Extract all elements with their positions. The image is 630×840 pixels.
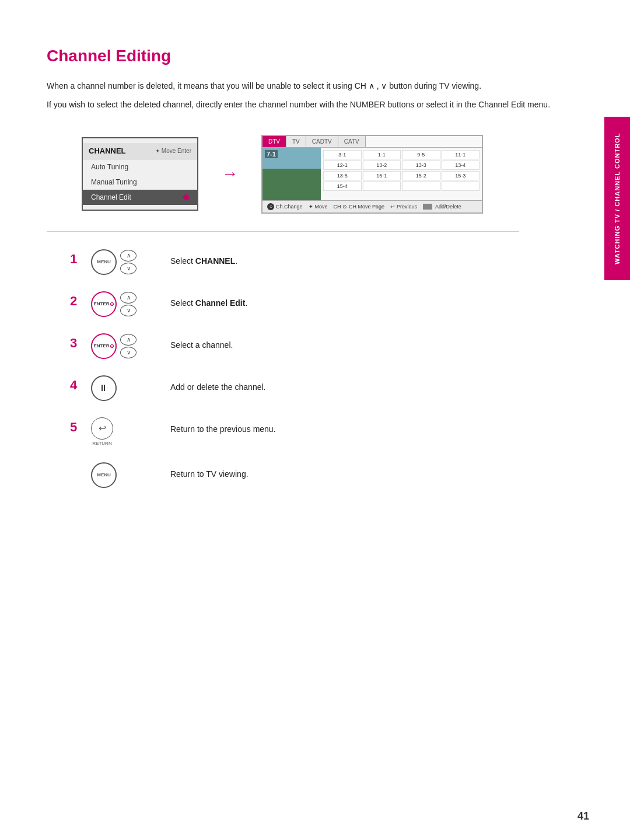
step-1: 1 MENU ∧ ∨ Select CHANNEL. bbox=[70, 249, 554, 275]
description-1: When a channel number is deleted, it mea… bbox=[47, 79, 554, 92]
step-2-icons: ENTER⊙ ∧ ∨ bbox=[91, 291, 161, 317]
step-6-icons: MENU bbox=[91, 462, 161, 488]
channel-menu-nav: ✦ Move Enter bbox=[155, 148, 191, 154]
steps-section: 1 MENU ∧ ∨ Select CHANNEL. 2 ENTER⊙ ∧ ∨ … bbox=[70, 249, 554, 488]
step-4: 4 ⏸ Add or delete the channel. bbox=[70, 375, 554, 401]
footer-add-delete: Add/Delete bbox=[423, 204, 461, 210]
grid-cell: 1-1 bbox=[363, 150, 401, 159]
step-5: 5 ↩ RETURN Return to the previous menu. bbox=[70, 417, 554, 446]
step-1-text: Select CHANNEL. bbox=[170, 255, 237, 267]
description-2: If you wish to select the deleted channe… bbox=[47, 98, 554, 111]
channel-menu-header: CHANNEL ✦ Move Enter bbox=[83, 143, 197, 159]
up-arrow-2: ∧ bbox=[120, 292, 136, 304]
footer-move-page: CH ⊙ CH Move Page bbox=[334, 204, 385, 210]
arrow-buttons-1: ∧ ∨ bbox=[120, 250, 136, 274]
diagram-section: CHANNEL ✦ Move Enter Auto Tuning Manual … bbox=[82, 135, 554, 214]
channel-preview: 7-1 bbox=[262, 148, 321, 200]
channel-edit-tabs: DTV TV CADTV CATV bbox=[262, 136, 482, 148]
return-label: RETURN bbox=[92, 441, 111, 446]
down-arrow-3: ∨ bbox=[120, 347, 136, 358]
ch-change-icon: ⊙ bbox=[267, 203, 274, 210]
grid-cell: 13-4 bbox=[442, 161, 480, 170]
step-number-3: 3 bbox=[70, 336, 82, 351]
grid-cell: 15-1 bbox=[363, 171, 401, 180]
channel-menu-box: CHANNEL ✦ Move Enter Auto Tuning Manual … bbox=[82, 137, 198, 211]
channel-edit-footer: ⊙ Ch.Change ✦ Move CH ⊙ CH Move Page ↩ P… bbox=[262, 200, 482, 212]
step-5-text: Return to the previous menu. bbox=[170, 423, 276, 435]
selected-indicator bbox=[183, 194, 189, 200]
down-arrow: ∨ bbox=[120, 263, 136, 274]
step-3-text: Select a channel. bbox=[170, 339, 233, 351]
channel-edit-body: 7-1 3-1 1-1 9-5 11-1 12-1 13-2 13-3 13-4… bbox=[262, 148, 482, 200]
preview-channel-number: 7-1 bbox=[265, 150, 278, 158]
channel-menu-item-edit: Channel Edit bbox=[83, 190, 197, 205]
channel-menu-item-auto: Auto Tuning bbox=[83, 159, 197, 175]
footer-previous: ↩ Previous bbox=[390, 204, 417, 210]
grid-cell: 12-1 bbox=[323, 161, 362, 170]
grid-cell: 11-1 bbox=[442, 150, 480, 159]
footer-ch-change: ⊙ Ch.Change bbox=[267, 203, 303, 210]
previous-icon: ↩ bbox=[390, 204, 395, 210]
step-4-icons: ⏸ bbox=[91, 375, 161, 401]
step-number-1: 1 bbox=[70, 252, 82, 267]
step-number-2: 2 bbox=[70, 294, 82, 309]
channel-menu-item-manual: Manual Tuning bbox=[83, 175, 197, 190]
channel-grid: 3-1 1-1 9-5 11-1 12-1 13-2 13-3 13-4 13-… bbox=[321, 148, 482, 200]
step-2: 2 ENTER⊙ ∧ ∨ Select Channel Edit. bbox=[70, 291, 554, 317]
step-5-icons: ↩ RETURN bbox=[91, 417, 161, 446]
up-arrow: ∧ bbox=[120, 250, 136, 262]
enter-button-3: ENTER⊙ bbox=[91, 333, 117, 359]
arrow-right: → bbox=[222, 165, 238, 183]
down-arrow-2: ∨ bbox=[120, 305, 136, 316]
grid-cell: 15-4 bbox=[323, 182, 362, 191]
return-icon: ↩ bbox=[91, 417, 113, 440]
grid-cell: 3-1 bbox=[323, 150, 362, 159]
tab-catv: CATV bbox=[338, 136, 366, 147]
page-title: Channel Editing bbox=[47, 47, 554, 65]
step-3: 3 ENTER⊙ ∧ ∨ Select a channel. bbox=[70, 333, 554, 359]
step-1-icons: MENU ∧ ∨ bbox=[91, 249, 161, 275]
arrow-buttons-2: ∧ ∨ bbox=[120, 292, 136, 316]
grid-cell: 13-2 bbox=[363, 161, 401, 170]
grid-cell: 13-3 bbox=[402, 161, 440, 170]
step-number-5: 5 bbox=[70, 420, 82, 435]
add-delete-icon bbox=[423, 204, 432, 210]
menu-button: MENU bbox=[91, 249, 117, 275]
tab-cadtv: CADTV bbox=[306, 136, 338, 147]
step-2-text: Select Channel Edit. bbox=[170, 297, 247, 309]
grid-cell bbox=[402, 182, 440, 191]
footer-move: ✦ Move bbox=[309, 204, 328, 210]
page-number: 41 bbox=[578, 810, 589, 822]
pause-button: ⏸ bbox=[91, 375, 117, 401]
grid-cell bbox=[442, 182, 480, 191]
channel-edit-panel: DTV TV CADTV CATV 7-1 3-1 1-1 9-5 11-1 1… bbox=[261, 135, 483, 214]
enter-button: ENTER⊙ bbox=[91, 291, 117, 317]
grid-cell: 13-5 bbox=[323, 171, 362, 180]
section-divider bbox=[47, 231, 519, 232]
channel-menu-title: CHANNEL bbox=[89, 147, 126, 155]
grid-cell bbox=[363, 182, 401, 191]
step-6: 0 MENU Return to TV viewing. bbox=[70, 462, 554, 488]
move-page-icon: CH ⊙ bbox=[334, 204, 348, 210]
up-arrow-3: ∧ bbox=[120, 334, 136, 346]
tab-tv: TV bbox=[286, 136, 306, 147]
arrow-buttons-3: ∧ ∨ bbox=[120, 334, 136, 358]
grid-cell: 9-5 bbox=[402, 150, 440, 159]
tab-dtv: DTV bbox=[262, 136, 286, 147]
move-icon: ✦ bbox=[309, 204, 313, 210]
step-3-icons: ENTER⊙ ∧ ∨ bbox=[91, 333, 161, 359]
step-number-4: 4 bbox=[70, 378, 82, 393]
grid-cell: 15-2 bbox=[402, 171, 440, 180]
step-4-text: Add or delete the channel. bbox=[170, 381, 265, 393]
step-6-text: Return to TV viewing. bbox=[170, 468, 249, 480]
side-tab: WATCHING TV / CHANNEL CONTROL bbox=[604, 117, 630, 280]
menu-button-2: MENU bbox=[91, 462, 117, 488]
grid-cell: 15-3 bbox=[442, 171, 480, 180]
